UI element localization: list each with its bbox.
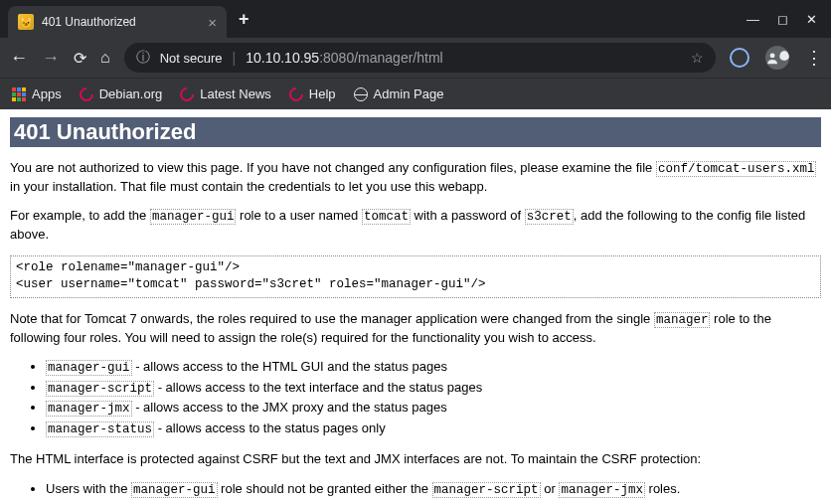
list-item: manager-gui - allows access to the HTML … bbox=[46, 358, 821, 378]
paragraph-roles-intro: Note that for Tomcat 7 onwards, the role… bbox=[10, 310, 821, 346]
apps-icon bbox=[12, 87, 26, 101]
debian-icon bbox=[77, 84, 96, 104]
page-content: 401 Unauthorized You are not authorized … bbox=[0, 109, 831, 504]
info-icon[interactable]: ⓘ bbox=[136, 49, 150, 67]
browser-toolbar: ← → ⟳ ⌂ ⓘ Not secure | 10.10.10.95:8080/… bbox=[0, 38, 831, 78]
code-role: manager bbox=[654, 312, 711, 328]
browser-tab[interactable]: 🐱 401 Unauthorized × bbox=[8, 6, 227, 38]
url-text: 10.10.10.95:8080/manager/html bbox=[246, 50, 443, 66]
home-button[interactable]: ⌂ bbox=[100, 49, 110, 67]
csrf-list: Users with the manager-gui role should n… bbox=[46, 480, 821, 504]
new-tab-button[interactable]: + bbox=[227, 9, 261, 30]
list-item: If the text or jmx interfaces are access… bbox=[46, 500, 821, 504]
bookmark-apps[interactable]: Apps bbox=[12, 86, 62, 101]
forward-button[interactable]: → bbox=[42, 48, 60, 69]
back-button[interactable]: ← bbox=[10, 48, 28, 69]
paragraph-intro: You are not authorized to view this page… bbox=[10, 159, 821, 195]
maximize-icon[interactable]: ◻ bbox=[777, 12, 788, 27]
svg-point-0 bbox=[770, 53, 775, 58]
window-controls: — ◻ ✕ bbox=[747, 12, 831, 27]
globe-icon bbox=[354, 87, 368, 101]
list-item: Users with the manager-gui role should n… bbox=[46, 480, 821, 500]
paragraph-csrf: The HTML interface is protected against … bbox=[10, 450, 821, 468]
bookmark-admin[interactable]: Admin Page bbox=[354, 86, 444, 101]
address-bar[interactable]: ⓘ Not secure | 10.10.10.95:8080/manager/… bbox=[124, 43, 716, 73]
close-window-icon[interactable]: ✕ bbox=[806, 12, 817, 27]
bookmark-help[interactable]: Help bbox=[289, 86, 336, 101]
code-pass: s3cret bbox=[525, 209, 574, 225]
toolbar-actions: ⋮ bbox=[730, 46, 821, 70]
favicon-icon: 🐱 bbox=[18, 14, 34, 30]
code-file: conf/tomcat-users.xml bbox=[656, 161, 817, 177]
debian-icon bbox=[286, 84, 306, 104]
code-block: <role rolename="manager-gui"/> <user use… bbox=[10, 255, 821, 298]
menu-icon[interactable]: ⋮ bbox=[805, 47, 821, 69]
code-user: tomcat bbox=[362, 209, 411, 225]
tab-title: 401 Unauthorized bbox=[42, 15, 136, 29]
list-item: manager-script - allows access to the te… bbox=[46, 379, 821, 399]
list-item: manager-status - allows access to the st… bbox=[46, 420, 821, 439]
minimize-icon[interactable]: — bbox=[747, 12, 759, 27]
security-status: Not secure bbox=[160, 51, 223, 66]
page-title: 401 Unauthorized bbox=[10, 117, 821, 147]
profile-icon[interactable] bbox=[765, 46, 789, 70]
reload-button[interactable]: ⟳ bbox=[74, 49, 86, 68]
bookmark-debian[interactable]: Debian.org bbox=[80, 86, 163, 101]
code-role: manager-gui bbox=[150, 209, 237, 225]
bookmark-news[interactable]: Latest News bbox=[180, 86, 271, 101]
close-tab-icon[interactable]: × bbox=[208, 15, 217, 30]
separator: | bbox=[233, 50, 237, 66]
debian-icon bbox=[177, 84, 197, 104]
browser-titlebar: 🐱 401 Unauthorized × + — ◻ ✕ bbox=[0, 0, 831, 38]
bookmarks-bar: Apps Debian.org Latest News Help Admin P… bbox=[0, 78, 831, 109]
bookmark-star-icon[interactable]: ☆ bbox=[691, 50, 704, 66]
roles-list: manager-gui - allows access to the HTML … bbox=[46, 358, 821, 438]
extension-icon[interactable] bbox=[730, 48, 749, 68]
paragraph-example: For example, to add the manager-gui role… bbox=[10, 207, 821, 243]
list-item: manager-jmx - allows access to the JMX p… bbox=[46, 399, 821, 419]
